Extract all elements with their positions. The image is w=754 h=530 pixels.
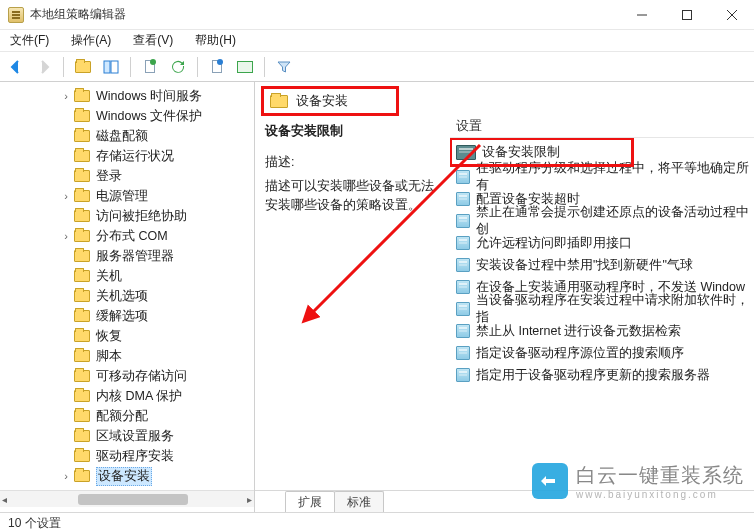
refresh-button[interactable] [166, 55, 190, 79]
filter-button[interactable] [272, 55, 296, 79]
up-folder-button[interactable] [71, 55, 95, 79]
folder-icon [74, 430, 90, 442]
folder-icon [74, 470, 90, 482]
tree-item[interactable]: 磁盘配额 [0, 126, 254, 146]
policy-icon [456, 214, 470, 228]
tree-item[interactable]: 登录 [0, 166, 254, 186]
properties-button[interactable] [205, 55, 229, 79]
menu-view[interactable]: 查看(V) [129, 30, 177, 51]
maximize-button[interactable] [664, 0, 709, 30]
forward-button[interactable] [32, 55, 56, 79]
tree-item[interactable]: 恢复 [0, 326, 254, 346]
chevron-right-icon[interactable]: › [60, 190, 72, 202]
tree-item-label: 可移动存储访问 [96, 368, 187, 385]
menu-help[interactable]: 帮助(H) [191, 30, 240, 51]
tree-item-label: 访问被拒绝协助 [96, 208, 187, 225]
tree-item-label: 配额分配 [96, 408, 148, 425]
close-button[interactable] [709, 0, 754, 30]
policy-icon [456, 170, 470, 184]
tree-item[interactable]: ›分布式 COM [0, 226, 254, 246]
tree-item-label: 关机选项 [96, 288, 148, 305]
export-button[interactable] [138, 55, 162, 79]
menu-action[interactable]: 操作(A) [67, 30, 115, 51]
tree-item[interactable]: Windows 文件保护 [0, 106, 254, 126]
tree-item[interactable]: 关机 [0, 266, 254, 286]
list-header[interactable]: 设置 [450, 116, 754, 138]
watermark: 白云一键重装系统 www.baiyunxitong.com [532, 462, 744, 500]
tree-item[interactable]: 内核 DMA 保护 [0, 386, 254, 406]
tab-extended[interactable]: 扩展 [285, 491, 335, 512]
tree-item-label: 电源管理 [96, 188, 148, 205]
policy-icon [456, 346, 470, 360]
chevron-right-icon[interactable]: › [60, 230, 72, 242]
folder-icon [74, 310, 90, 322]
tree-item[interactable]: 脚本 [0, 346, 254, 366]
folder-icon [270, 95, 288, 108]
view-button[interactable] [233, 55, 257, 79]
tree-hscrollbar[interactable]: ◂ ▸ [0, 490, 254, 507]
tree-item[interactable]: ›设备安装 [0, 466, 254, 486]
policy-icon [456, 324, 470, 338]
list-row[interactable]: 在驱动程序分级和选择过程中，将平等地确定所有 [450, 166, 754, 188]
list-item-label: 设备安装限制 [482, 144, 560, 161]
minimize-button[interactable] [619, 0, 664, 30]
policy-icon [456, 302, 470, 316]
toolbar-separator [264, 57, 265, 77]
folder-icon [74, 230, 90, 242]
tree-item[interactable]: 存储运行状况 [0, 146, 254, 166]
svg-rect-2 [111, 61, 118, 73]
tree-item[interactable]: 驱动程序安装 [0, 446, 254, 466]
tree-item[interactable]: 配额分配 [0, 406, 254, 426]
list-body[interactable]: 设备安装限制在驱动程序分级和选择过程中，将平等地确定所有配置设备安装超时禁止在通… [450, 138, 754, 490]
tree-item-label: 分布式 COM [96, 228, 168, 245]
content-row: 设备安装限制 描述: 描述可以安装哪些设备或无法安装哪些设备的策略设置。 设置 … [255, 116, 754, 490]
svg-rect-1 [104, 61, 110, 73]
list-row[interactable]: 安装设备过程中禁用"找到新硬件"气球 [450, 254, 754, 276]
svg-rect-0 [682, 11, 691, 20]
tree-item[interactable]: 关机选项 [0, 286, 254, 306]
tree-item[interactable]: 区域设置服务 [0, 426, 254, 446]
tree-pane[interactable]: ›Windows 时间服务Windows 文件保护磁盘配额存储运行状况登录›电源… [0, 82, 255, 512]
menu-file[interactable]: 文件(F) [6, 30, 53, 51]
scroll-left-arrow[interactable]: ◂ [2, 494, 7, 505]
list-row[interactable]: 指定用于设备驱动程序更新的搜索服务器 [450, 364, 754, 386]
window-controls [619, 0, 754, 30]
chevron-right-icon[interactable]: › [60, 90, 72, 102]
show-hide-button[interactable] [99, 55, 123, 79]
list-item-label: 允许远程访问即插即用接口 [476, 235, 632, 252]
tree-item[interactable]: ›电源管理 [0, 186, 254, 206]
folder-icon [74, 330, 90, 342]
tree-item[interactable]: 可移动存储访问 [0, 366, 254, 386]
tab-standard[interactable]: 标准 [334, 491, 384, 512]
tree-item[interactable]: ›Windows 时间服务 [0, 86, 254, 106]
list-column: 设置 设备安装限制在驱动程序分级和选择过程中，将平等地确定所有配置设备安装超时禁… [450, 116, 754, 490]
path-header[interactable]: 设备安装 [261, 86, 399, 116]
description-column: 设备安装限制 描述: 描述可以安装哪些设备或无法安装哪些设备的策略设置。 [255, 116, 450, 490]
watermark-sub: www.baiyunxitong.com [576, 489, 744, 500]
list-row[interactable]: 当设备驱动程序在安装过程中请求附加软件时，指 [450, 298, 754, 320]
tree-item-label: 磁盘配额 [96, 128, 148, 145]
folder-icon [74, 210, 90, 222]
main-area: ›Windows 时间服务Windows 文件保护磁盘配额存储运行状况登录›电源… [0, 82, 754, 512]
tree-item[interactable]: 服务器管理器 [0, 246, 254, 266]
folder-icon [74, 290, 90, 302]
tree-item[interactable]: 访问被拒绝协助 [0, 206, 254, 226]
list-row[interactable]: 指定设备驱动程序源位置的搜索顺序 [450, 342, 754, 364]
tree-item[interactable]: 缓解选项 [0, 306, 254, 326]
titlebar: 本地组策略编辑器 [0, 0, 754, 30]
chevron-right-icon[interactable]: › [60, 470, 72, 482]
app-icon [8, 7, 24, 23]
tree-item-label: 恢复 [96, 328, 122, 345]
scroll-right-arrow[interactable]: ▸ [247, 494, 252, 505]
menubar: 文件(F) 操作(A) 查看(V) 帮助(H) [0, 30, 754, 52]
scroll-thumb[interactable] [78, 494, 188, 505]
tree-item-label: 内核 DMA 保护 [96, 388, 182, 405]
back-button[interactable] [4, 55, 28, 79]
policy-icon [456, 192, 470, 206]
tree-item-label: 存储运行状况 [96, 148, 174, 165]
path-label: 设备安装 [296, 92, 348, 110]
policy-icon [456, 368, 470, 382]
list-row[interactable]: 禁止在通常会提示创建还原点的设备活动过程中创 [450, 210, 754, 232]
list-item-label: 禁止在通常会提示创建还原点的设备活动过程中创 [476, 204, 754, 238]
list-item-label: 安装设备过程中禁用"找到新硬件"气球 [476, 257, 693, 274]
